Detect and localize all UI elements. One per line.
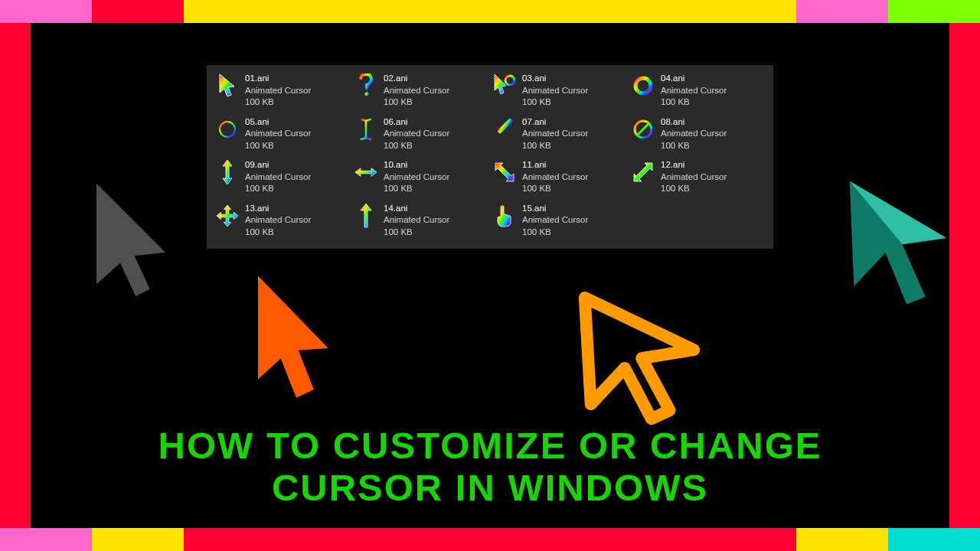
file-name: 10.ani [384, 159, 449, 171]
pen-icon [493, 116, 516, 142]
file-name: 06.ani [384, 116, 449, 129]
file-size: 100 KB [245, 183, 311, 195]
file-item[interactable]: 01.ani Animated Cursor 100 KB [216, 73, 348, 109]
file-meta: 13.ani Animated Cursor 100 KB [245, 203, 311, 239]
file-size: 100 KB [522, 96, 588, 109]
file-type: Animated Cursor [245, 128, 311, 140]
file-meta: 14.ani Animated Cursor 100 KB [384, 203, 449, 239]
file-type: Animated Cursor [384, 85, 449, 97]
file-name: 11.ani [522, 159, 588, 171]
file-meta: 08.ani Animated Cursor 100 KB [661, 116, 727, 152]
svg-point-1 [505, 76, 514, 85]
headline-line-1: How to Customize or Change [0, 425, 980, 467]
file-item[interactable]: 13.ani Animated Cursor 100 KB [216, 203, 348, 239]
file-name: 04.ani [661, 73, 727, 85]
file-name: 14.ani [384, 203, 449, 215]
file-size: 100 KB [245, 140, 311, 152]
file-name: 02.ani [384, 73, 449, 85]
file-size: 100 KB [384, 140, 449, 152]
resize-ns-icon [216, 159, 239, 185]
file-type: Animated Cursor [522, 171, 588, 184]
file-item[interactable]: 14.ani Animated Cursor 100 KB [354, 203, 487, 239]
file-type: Animated Cursor [245, 85, 311, 97]
file-type: Animated Cursor [384, 128, 449, 140]
file-type: Animated Cursor [245, 214, 311, 227]
file-item[interactable]: 09.ani Animated Cursor 100 KB [216, 159, 348, 195]
file-size: 100 KB [245, 227, 311, 239]
file-type: Animated Cursor [245, 171, 311, 184]
file-type: Animated Cursor [661, 85, 727, 97]
file-name: 03.ani [522, 73, 588, 85]
file-item[interactable]: 03.ani Animated Cursor 100 KB [493, 73, 626, 109]
link-hand-icon [493, 203, 516, 229]
svg-rect-8 [497, 119, 513, 134]
orange-outline-cursor-icon [567, 283, 712, 429]
file-size: 100 KB [245, 96, 311, 109]
file-type: Animated Cursor [384, 171, 449, 184]
headline-line-2: Cursor in Windows [0, 467, 980, 509]
precision-icon [216, 116, 239, 142]
file-type: Animated Cursor [522, 214, 588, 227]
pointer-icon [216, 73, 239, 99]
file-item[interactable]: 05.ani Animated Cursor 100 KB [216, 116, 348, 152]
file-item[interactable]: 12.ani Animated Cursor 100 KB [632, 159, 764, 195]
resize-nesw-icon [632, 159, 655, 185]
file-meta: 11.ani Animated Cursor 100 KB [522, 159, 588, 195]
move-icon [216, 203, 239, 229]
file-meta: 02.ani Animated Cursor 100 KB [384, 73, 449, 109]
file-type: Animated Cursor [522, 128, 588, 140]
file-size: 100 KB [661, 183, 727, 195]
file-type: Animated Cursor [384, 214, 449, 227]
file-item[interactable]: 10.ani Animated Cursor 100 KB [354, 159, 487, 195]
file-type: Animated Cursor [661, 171, 727, 184]
file-meta: 15.ani Animated Cursor 100 KB [522, 203, 588, 239]
file-item[interactable]: 08.ani Animated Cursor 100 KB [632, 116, 764, 152]
teal-cursor-icon [831, 172, 957, 310]
file-meta: 09.ani Animated Cursor 100 KB [245, 159, 311, 195]
text-beam-icon [354, 116, 377, 142]
headline-text: How to Customize or Change Cursor in Win… [0, 425, 980, 509]
file-name: 07.ani [522, 116, 588, 129]
file-type: Animated Cursor [522, 85, 588, 97]
file-meta: 07.ani Animated Cursor 100 KB [522, 116, 588, 152]
resize-ew-icon [354, 159, 377, 185]
svg-point-2 [635, 78, 651, 93]
file-name: 12.ani [661, 159, 727, 171]
file-name: 01.ani [245, 73, 311, 85]
file-name: 05.ani [245, 116, 311, 129]
file-meta: 06.ani Animated Cursor 100 KB [384, 116, 449, 152]
alt-select-icon [354, 203, 377, 229]
file-meta: 01.ani Animated Cursor 100 KB [245, 73, 311, 109]
file-item[interactable]: 02.ani Animated Cursor 100 KB [354, 73, 487, 109]
help-icon [354, 73, 377, 99]
file-item[interactable]: 06.ani Animated Cursor 100 KB [354, 116, 487, 152]
file-item[interactable]: 07.ani Animated Cursor 100 KB [493, 116, 626, 152]
file-size: 100 KB [661, 96, 727, 109]
file-name: 15.ani [522, 203, 588, 215]
file-meta: 03.ani Animated Cursor 100 KB [522, 73, 588, 109]
file-meta: 12.ani Animated Cursor 100 KB [661, 159, 727, 195]
file-name: 09.ani [245, 159, 311, 171]
file-size: 100 KB [384, 227, 449, 239]
file-meta: 05.ani Animated Cursor 100 KB [245, 116, 311, 152]
file-item[interactable]: 04.ani Animated Cursor 100 KB [632, 73, 764, 109]
orange-cursor-icon [237, 276, 341, 421]
file-size: 100 KB [522, 140, 588, 152]
unavailable-icon [632, 116, 655, 142]
file-name: 13.ani [245, 203, 311, 215]
file-meta: 10.ani Animated Cursor 100 KB [384, 159, 449, 195]
resize-nwse-icon [493, 159, 516, 185]
file-size: 100 KB [661, 140, 727, 152]
cursor-file-grid: 01.ani Animated Cursor 100 KB 02.ani Ani… [207, 65, 773, 249]
file-size: 100 KB [384, 183, 449, 195]
file-item[interactable]: 11.ani Animated Cursor 100 KB [493, 159, 626, 195]
file-size: 100 KB [384, 96, 449, 109]
svg-point-0 [365, 93, 369, 96]
file-item[interactable]: 15.ani Animated Cursor 100 KB [493, 203, 626, 239]
file-type: Animated Cursor [661, 128, 727, 140]
file-meta: 04.ani Animated Cursor 100 KB [661, 73, 727, 109]
file-name: 08.ani [661, 116, 727, 129]
file-size: 100 KB [522, 183, 588, 195]
svg-line-10 [637, 123, 649, 135]
file-size: 100 KB [522, 227, 588, 239]
